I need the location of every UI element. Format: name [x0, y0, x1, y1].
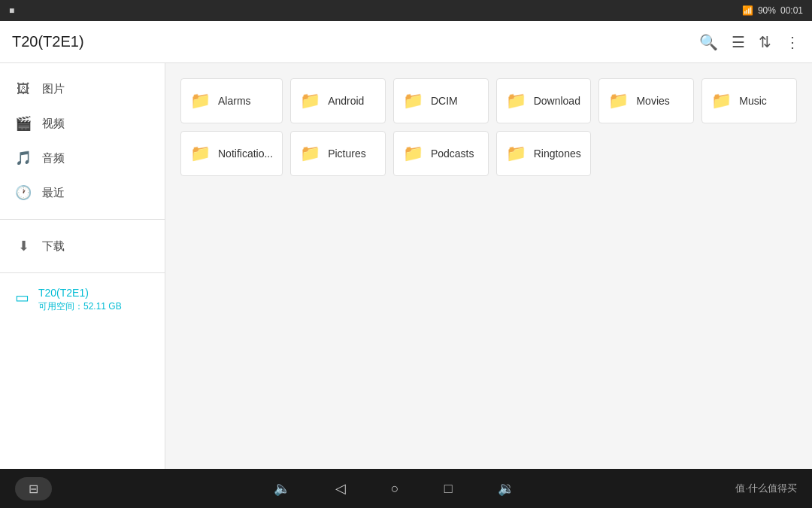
folder-icon-ringtones: 📁	[506, 144, 526, 163]
folder-name-podcasts: Podcasts	[431, 148, 474, 160]
status-app-icon: ■	[9, 5, 14, 16]
overview-icon[interactable]: □	[444, 481, 453, 497]
sidebar-device-item[interactable]: ▭ T20(T2E1) 可用空间：52.11 GB	[0, 279, 165, 321]
folder-icon-alarms: 📁	[190, 91, 211, 111]
status-bar-left: ■	[9, 5, 14, 16]
folder-icon-movies: 📁	[608, 91, 629, 111]
sidebar: 🖼 图片 🎬 视频 🎵 音频 🕐 最近 ⬇	[0, 63, 165, 469]
device-name: T20(T2E1)	[38, 287, 122, 299]
sidebar-divider	[0, 219, 165, 220]
device-icon: ▭	[15, 288, 29, 306]
nav-bar-left: ⊟	[15, 477, 52, 500]
status-bar: ■ 📶 90% 00:01	[0, 0, 812, 21]
recent-apps-icon: ⊟	[29, 482, 38, 496]
nav-bar: ⊟ 🔈 ◁ ○ □ 🔉 值·什么值得买	[0, 469, 812, 508]
toolbar-actions: 🔍 ☰ ⇅ ⋮	[699, 33, 800, 51]
sidebar-item-recent-label: 最近	[42, 186, 65, 200]
device-info: T20(T2E1) 可用空间：52.11 GB	[38, 287, 122, 313]
folder-icon-pictures: 📁	[300, 144, 320, 163]
watermark: 值·什么值得买	[735, 482, 797, 495]
folder-name-download: Download	[534, 95, 580, 107]
folder-name-music: Music	[739, 95, 767, 107]
folder-icon-music: 📁	[711, 91, 732, 111]
folder-name-movies: Movies	[636, 95, 669, 107]
body-layout: 🖼 图片 🎬 视频 🎵 音频 🕐 最近 ⬇	[0, 63, 812, 469]
folder-item-dcim[interactable]: 📁DCIM	[393, 78, 489, 123]
folder-icon-android: 📁	[300, 91, 320, 111]
back-icon[interactable]: ◁	[335, 480, 346, 497]
volume-down-icon[interactable]: 🔈	[274, 480, 290, 497]
time-display: 00:01	[780, 5, 803, 16]
folder-name-android: Android	[328, 95, 364, 107]
toolbar-title: T20(T2E1)	[12, 33, 699, 50]
sidebar-divider-2	[0, 272, 165, 273]
nav-bar-right: 值·什么值得买	[735, 482, 797, 495]
folder-item-podcasts[interactable]: 📁Podcasts	[393, 131, 489, 176]
folder-name-ringtones: Ringtones	[534, 148, 581, 160]
sidebar-media-section: 🖼 图片 🎬 视频 🎵 音频 🕐 最近	[0, 69, 165, 213]
folder-item-music[interactable]: 📁Music	[701, 78, 797, 123]
volume-up-icon[interactable]: 🔉	[498, 480, 514, 497]
battery-level: 90%	[758, 5, 776, 16]
sidebar-item-audio[interactable]: 🎵 音频	[0, 141, 165, 175]
folder-item-movies[interactable]: 📁Movies	[598, 78, 694, 123]
folder-item-download[interactable]: 📁Download	[496, 78, 592, 123]
folder-name-alarms: Alarms	[218, 95, 251, 107]
folder-icon-download: 📁	[506, 91, 526, 111]
videos-icon: 🎬	[15, 115, 32, 132]
sort-icon[interactable]: ⇅	[759, 33, 771, 51]
toolbar: T20(T2E1) 🔍 ☰ ⇅ ⋮	[0, 21, 812, 63]
more-options-icon[interactable]: ⋮	[785, 33, 800, 51]
downloads-icon: ⬇	[15, 238, 32, 254]
folder-icon-notifications: 📁	[190, 144, 211, 163]
app-container: T20(T2E1) 🔍 ☰ ⇅ ⋮ 🖼 图片 🎬 视频 🎵 音频	[0, 21, 812, 469]
recent-icon: 🕐	[15, 184, 32, 201]
folder-name-dcim: DCIM	[431, 95, 458, 107]
images-icon: 🖼	[15, 81, 32, 97]
folder-item-notifications[interactable]: 📁Notificatio...	[180, 131, 283, 176]
folder-item-pictures[interactable]: 📁Pictures	[290, 131, 386, 176]
folder-item-ringtones[interactable]: 📁Ringtones	[496, 131, 592, 176]
audio-icon: 🎵	[15, 150, 32, 166]
folder-icon-dcim: 📁	[403, 91, 423, 111]
folder-item-android[interactable]: 📁Android	[290, 78, 386, 123]
device-space: 可用空间：52.11 GB	[38, 300, 122, 313]
nav-bar-center: 🔈 ◁ ○ □ 🔉	[274, 480, 514, 497]
home-icon[interactable]: ○	[391, 481, 399, 497]
sidebar-item-recent[interactable]: 🕐 最近	[0, 175, 165, 210]
search-icon[interactable]: 🔍	[699, 33, 718, 51]
sidebar-item-downloads-label: 下载	[42, 239, 65, 254]
sidebar-item-images-label: 图片	[42, 82, 65, 96]
status-bar-right: 📶 90% 00:01	[742, 5, 803, 16]
folder-icon-podcasts: 📁	[403, 144, 423, 163]
nav-pill[interactable]: ⊟	[15, 477, 52, 500]
list-view-icon[interactable]: ☰	[732, 33, 745, 51]
folder-item-alarms[interactable]: 📁Alarms	[180, 78, 283, 123]
bluetooth-icon: 📶	[742, 5, 753, 16]
sidebar-item-images[interactable]: 🖼 图片	[0, 72, 165, 106]
sidebar-item-audio-label: 音频	[42, 151, 65, 166]
sidebar-item-videos[interactable]: 🎬 视频	[0, 106, 165, 141]
main-content: 📁Alarms📁Android📁DCIM📁Download📁Movies📁Mus…	[165, 63, 812, 469]
folder-name-notifications: Notificatio...	[218, 148, 273, 160]
folder-name-pictures: Pictures	[328, 148, 366, 160]
sidebar-downloads-section: ⬇ 下载	[0, 226, 165, 266]
folder-grid: 📁Alarms📁Android📁DCIM📁Download📁Movies📁Mus…	[180, 78, 797, 176]
sidebar-item-videos-label: 视频	[42, 117, 65, 131]
sidebar-item-downloads[interactable]: ⬇ 下载	[0, 229, 165, 263]
